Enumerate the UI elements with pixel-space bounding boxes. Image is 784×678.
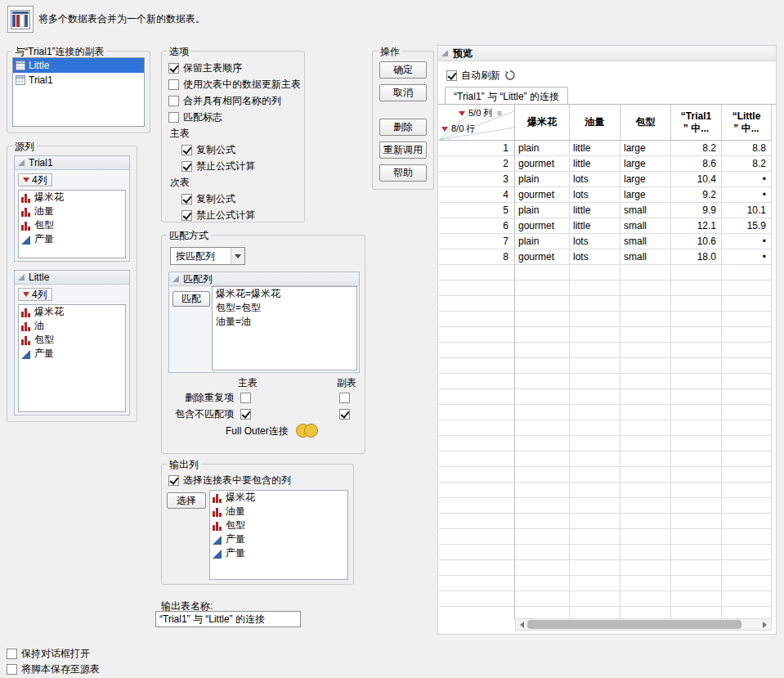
match-columns-header[interactable]: 匹配列 <box>169 272 359 286</box>
select-button[interactable]: 选择 <box>167 492 206 509</box>
table-row-empty <box>439 483 773 498</box>
checkbox[interactable] <box>168 96 179 106</box>
source-panel-header[interactable]: Trial1 <box>15 156 129 170</box>
rows-count-menu[interactable]: 8/0 行 <box>441 123 475 135</box>
action-button[interactable]: 确定 <box>379 61 427 79</box>
column-item[interactable]: 产量 <box>19 232 125 246</box>
column-item[interactable]: 包型 <box>19 333 125 347</box>
table-cell: large <box>620 172 671 187</box>
column-item[interactable]: 爆米花 <box>210 491 347 505</box>
include-nonmatch-secondary-checkbox[interactable] <box>339 409 350 420</box>
table-row[interactable]: 5plainlittlesmall9.910.1 <box>439 203 773 218</box>
horizontal-scrollbar[interactable] <box>515 618 772 631</box>
row-number[interactable]: 2 <box>439 156 515 172</box>
checkbox[interactable] <box>181 210 192 221</box>
checkbox[interactable] <box>181 194 192 204</box>
checkbox[interactable] <box>181 161 192 172</box>
table-row[interactable]: 4gourmetlotslarge9.2• <box>439 187 773 203</box>
include-nonmatch-main-checkbox[interactable] <box>240 409 251 420</box>
checkbox[interactable] <box>7 664 17 675</box>
preview-header[interactable]: 预览 <box>438 46 776 61</box>
columns-count-menu[interactable]: 5/0 列 ≡ <box>459 107 502 119</box>
checkbox[interactable] <box>168 79 179 90</box>
table-row[interactable]: 6gourmetlittlesmall12.115.9 <box>439 218 773 234</box>
row-number[interactable]: 5 <box>439 203 515 218</box>
refresh-icon[interactable] <box>504 70 516 81</box>
match-method-select[interactable]: 按匹配列 <box>170 247 245 265</box>
table-cell: 9.2 <box>671 187 722 203</box>
column-header[interactable]: 包型 <box>620 105 671 141</box>
column-header[interactable]: 油量 <box>570 105 620 141</box>
include-columns-checkbox[interactable] <box>168 475 179 486</box>
table-corner[interactable]: 5/0 列 ≡ 8/0 行 <box>439 105 515 141</box>
table-row[interactable]: 8gourmetlotssmall18.0• <box>439 249 773 265</box>
column-header[interactable]: 爆米花 <box>515 105 570 141</box>
scrollbar-thumb[interactable] <box>527 620 741 629</box>
output-columns-group: 输出列 选择连接表中要包含的列 选择 爆米花 油量 包型 <box>161 464 354 585</box>
table-cell <box>671 576 722 591</box>
row-number <box>439 576 515 591</box>
checkbox[interactable] <box>7 649 17 659</box>
include-columns-label: 选择连接表中要包含的列 <box>183 474 291 487</box>
row-number[interactable]: 8 <box>439 249 515 265</box>
table-row[interactable]: 7plainlotssmall10.6• <box>439 234 773 249</box>
row-number[interactable]: 4 <box>439 187 515 203</box>
table-row[interactable]: 2gourmetlittlelarge8.68.2 <box>439 156 773 172</box>
match-button[interactable]: 匹配 <box>172 291 210 307</box>
preview-tab[interactable]: “Trial1” 与 “Little” 的连接 <box>445 87 568 105</box>
column-item[interactable]: 产量 <box>210 532 347 546</box>
table-cell <box>570 607 620 619</box>
join-tables-icon <box>7 6 34 33</box>
table-cell <box>515 327 570 343</box>
secondary-table-item[interactable]: Trial1 <box>13 73 144 88</box>
match-method-value: 按匹配列 <box>176 249 215 263</box>
checkbox[interactable] <box>168 112 179 123</box>
action-button[interactable]: 重新调用 <box>379 141 427 159</box>
column-item[interactable]: 油量 <box>210 505 347 519</box>
row-number[interactable]: 6 <box>439 218 515 234</box>
checkbox[interactable] <box>181 145 192 155</box>
table-cell: 8.6 <box>671 156 722 172</box>
column-header[interactable]: “Little ” 中... <box>722 105 772 141</box>
action-button[interactable]: 取消 <box>379 84 427 101</box>
row-number[interactable]: 1 <box>439 141 515 156</box>
scroll-right-arrow[interactable] <box>759 619 770 630</box>
match-pair-item[interactable]: 油量=油 <box>213 315 356 329</box>
output-table-name-input[interactable] <box>155 611 301 627</box>
drop-duplicates-main-checkbox[interactable] <box>240 393 251 403</box>
column-item[interactable]: 爆米花 <box>19 191 125 204</box>
action-button[interactable]: 删除 <box>379 119 427 136</box>
source-panel-header[interactable]: Little <box>15 271 129 285</box>
source-columns-list: 爆米花 油量 包型 产量 <box>18 190 126 258</box>
secondary-table-item[interactable]: Little <box>13 58 144 73</box>
table-row[interactable]: 3plainlotslarge10.4• <box>439 172 773 187</box>
drop-duplicates-secondary-checkbox[interactable] <box>339 393 350 403</box>
columns-red-triangle-menu[interactable]: 4列 <box>18 288 52 301</box>
table-row-empty <box>439 312 773 327</box>
option-row: 匹配标志 <box>168 109 298 125</box>
table-row[interactable]: 1plainlittlelarge8.28.8 <box>439 141 773 156</box>
action-button[interactable]: 帮助 <box>379 164 427 182</box>
column-item[interactable]: 爆米花 <box>19 305 125 319</box>
columns-red-triangle-menu[interactable]: 4列 <box>18 173 52 186</box>
checkbox[interactable] <box>168 63 179 74</box>
column-item[interactable]: 产量 <box>19 347 125 361</box>
table-cell <box>722 545 772 560</box>
column-item[interactable]: 包型 <box>19 218 125 232</box>
column-item[interactable]: 油量 <box>19 204 125 218</box>
column-type-icon <box>21 221 31 231</box>
auto-refresh-checkbox[interactable] <box>446 70 457 81</box>
column-item[interactable]: 油 <box>19 319 125 333</box>
columns-count: 4列 <box>32 173 47 187</box>
table-cell: large <box>620 141 671 156</box>
column-header[interactable]: “Trial1 ” 中... <box>671 105 722 141</box>
match-pair-item[interactable]: 爆米花=爆米花 <box>213 287 356 301</box>
table-cell <box>671 514 722 529</box>
match-pair-item[interactable]: 包型=包型 <box>213 301 356 315</box>
row-number[interactable]: 7 <box>439 234 515 249</box>
column-item[interactable]: 产量 <box>210 546 347 560</box>
table-cell <box>671 296 722 312</box>
row-number[interactable]: 3 <box>439 172 515 187</box>
scroll-left-arrow[interactable] <box>517 619 527 630</box>
column-item[interactable]: 包型 <box>210 519 347 532</box>
